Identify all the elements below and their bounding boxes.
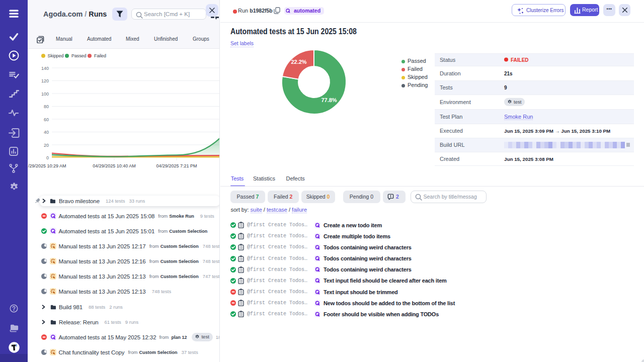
svg-text:04/29/2025 7:21 PM: 04/29/2025 7:21 PM	[156, 163, 197, 168]
svg-text:40: 40	[44, 130, 49, 135]
svg-text:/29/2025 10:29 AM: /29/2025 10:29 AM	[28, 163, 66, 168]
svg-text:22.2%: 22.2%	[291, 59, 306, 65]
svg-text:04/29/2025 10:40 AM: 04/29/2025 10:40 AM	[93, 163, 136, 168]
svg-text:77.8%: 77.8%	[321, 97, 337, 103]
svg-text:80: 80	[44, 104, 49, 109]
svg-text:140: 140	[41, 66, 49, 71]
svg-text:0: 0	[46, 155, 49, 160]
svg-text:100: 100	[41, 92, 49, 97]
svg-text:120: 120	[41, 78, 49, 83]
svg-text:60: 60	[44, 117, 49, 122]
svg-text:20: 20	[44, 143, 49, 148]
